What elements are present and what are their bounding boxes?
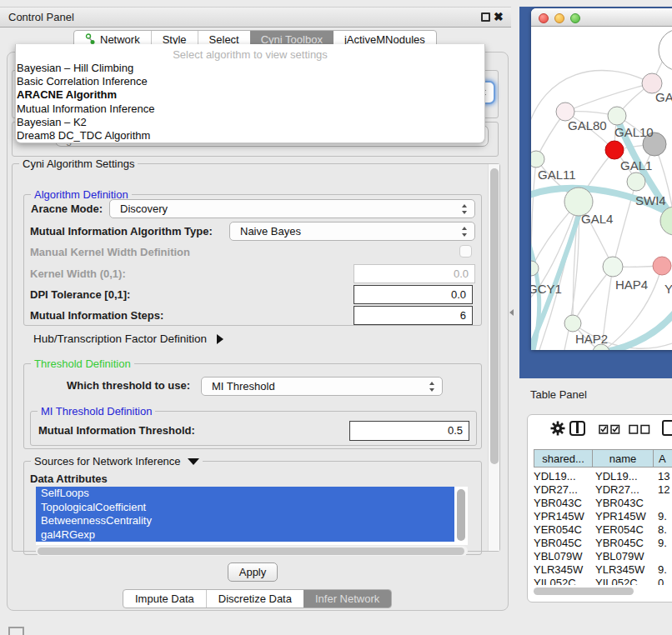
cell[interactable]: YBL079W — [595, 550, 644, 562]
dpi-tolerance-label: DPI Tolerance [0,1]: — [30, 288, 130, 301]
cell[interactable]: YBR043C — [595, 497, 644, 509]
dropdown-item[interactable]: Mutual Information Inference — [17, 102, 154, 115]
node-label: HAP4 — [615, 278, 648, 292]
which-threshold-combo[interactable]: MI Threshold — [201, 377, 443, 396]
table-panel-title: Table Panel — [530, 388, 587, 401]
mi-type-label: Mutual Information Algorithm Type: — [30, 225, 213, 238]
mi-type-combo[interactable]: Naive Bayes — [229, 222, 475, 241]
combo-stepper-icon — [462, 227, 468, 237]
cell[interactable]: YDR27... — [595, 483, 639, 496]
kernel-width-field[interactable]: 0.0 — [354, 264, 475, 283]
cytoscape-desktop: GAL7 GAL80 GAL10 GAL1 GAL11 SWI4 GAL4 GC… — [519, 7, 672, 378]
manual-kernel-checkbox[interactable] — [459, 245, 472, 258]
tab-discretize-data[interactable]: Discretize Data — [206, 590, 303, 608]
cell[interactable]: YDR27... — [534, 483, 578, 496]
tab-impute-data[interactable]: Impute Data — [123, 590, 206, 608]
cell[interactable]: YIL052C — [534, 577, 576, 585]
list-item[interactable]: gal4RGexp — [36, 528, 454, 542]
cell[interactable]: 13 — [658, 470, 669, 482]
close-icon[interactable]: ✖ — [494, 10, 504, 23]
column-header[interactable]: shared... — [534, 449, 593, 468]
column-header[interactable]: name — [592, 449, 654, 468]
list-item[interactable]: BetweennessCentrality — [36, 514, 454, 528]
cell[interactable]: YLR345W — [595, 563, 644, 576]
table-hscrollbar[interactable] — [531, 586, 672, 597]
settings-scrollbar-thumb[interactable] — [490, 168, 499, 464]
cell[interactable]: 0. — [658, 577, 667, 585]
zoom-traffic-light-icon[interactable] — [570, 13, 580, 23]
settings-scrollbar[interactable] — [488, 164, 499, 551]
list-hscrollbar[interactable] — [36, 546, 468, 556]
table-panel: shared... name A YDL19... YDL19... 13 YD… — [527, 414, 672, 602]
cyni-algorithm-settings-title: Cyni Algorithm Settings — [19, 158, 138, 170]
cell[interactable]: YLR345W — [534, 563, 583, 576]
node-label: GAL7 — [655, 90, 672, 104]
list-item[interactable]: SelfLoops — [36, 487, 454, 501]
cell[interactable]: YPR145W — [595, 510, 646, 522]
network-icon — [85, 33, 96, 45]
deselect-all-columns-icon[interactable] — [629, 424, 650, 434]
cell[interactable]: YDL19... — [534, 470, 576, 482]
cell[interactable]: YPR145W — [534, 510, 584, 522]
bottom-tabs: Impute Data Discretize Data Infer Networ… — [123, 589, 392, 608]
cell[interactable]: 8. — [658, 523, 667, 536]
cell[interactable]: YIL052C — [595, 577, 638, 585]
docked-window-icon[interactable] — [8, 627, 24, 635]
dpi-tolerance-field[interactable]: 0.0 — [354, 285, 473, 304]
data-attributes-label: Data Attributes — [30, 472, 108, 485]
float-window-icon[interactable] — [481, 12, 490, 22]
threshold-definition-title: Threshold Definition — [31, 358, 134, 370]
cell[interactable]: YBR045C — [534, 537, 582, 549]
list-vscrollbar-thumb[interactable] — [457, 489, 465, 541]
mi-threshold-label: Mutual Information Threshold: — [38, 424, 195, 437]
dropdown-item[interactable]: Basic Correlation Inference — [17, 75, 148, 88]
list-hscrollbar-thumb[interactable] — [38, 548, 464, 555]
apply-button[interactable]: Apply — [228, 562, 278, 582]
cell[interactable]: YER054C — [595, 523, 644, 536]
function-builder-icon[interactable] — [662, 420, 672, 436]
dropdown-item[interactable]: Dream8 DC_TDC Algorithm — [17, 129, 150, 142]
gear-icon[interactable] — [549, 420, 566, 437]
mi-steps-field[interactable]: 6 — [354, 306, 473, 325]
dropdown-prompt: Select algorithm to view settings — [16, 48, 484, 61]
kernel-width-label: Kernel Width (0,1): — [30, 268, 126, 280]
cell[interactable]: YBL079W — [534, 550, 583, 562]
node-label: HAP2 — [575, 332, 608, 346]
column-header[interactable]: A — [653, 449, 672, 468]
combo-stepper-icon — [462, 204, 468, 214]
cell[interactable]: YBR043C — [534, 497, 582, 509]
which-threshold-label: Which threshold to use: — [67, 379, 190, 392]
table-hscrollbar-thumb[interactable] — [534, 588, 634, 595]
aracne-mode-combo[interactable]: Discovery — [109, 199, 475, 218]
network-canvas[interactable]: GAL7 GAL80 GAL10 GAL1 GAL11 SWI4 GAL4 GC… — [531, 27, 672, 350]
network-window-titlebar[interactable] — [531, 8, 672, 27]
cell[interactable]: 9. — [658, 563, 667, 576]
mi-threshold-field[interactable]: 0.5 — [349, 421, 469, 441]
data-attributes-list[interactable]: SelfLoops TopologicalCoefficient Between… — [36, 487, 468, 545]
expand-down-icon[interactable] — [188, 458, 199, 465]
dropdown-item[interactable]: Bayesian – K2 — [17, 116, 87, 128]
list-vscrollbar[interactable] — [454, 487, 468, 545]
application-window: Control Panel ✖ Network Style Select Cyn… — [0, 0, 672, 635]
splitpane-collapse-icon[interactable] — [509, 309, 514, 316]
minimize-traffic-light-icon[interactable] — [554, 13, 564, 23]
tab-infer-network[interactable]: Infer Network — [303, 590, 391, 608]
select-all-columns-icon[interactable] — [599, 424, 620, 434]
list-item[interactable]: TopologicalCoefficient — [36, 501, 454, 515]
node-label: GAL10 — [614, 125, 654, 139]
cell[interactable]: YDL19... — [595, 470, 638, 482]
cell[interactable]: 9. — [658, 510, 667, 522]
dropdown-item-selected[interactable]: ARACNE Algorithm — [17, 88, 117, 101]
dropdown-item[interactable]: Bayesian – Hill Climbing — [17, 62, 133, 74]
cell[interactable]: 12 — [658, 483, 669, 496]
cell[interactable]: YER054C — [534, 523, 582, 536]
node-label: SWI4 — [635, 193, 666, 208]
close-traffic-light-icon[interactable] — [539, 13, 549, 23]
expand-right-icon — [217, 334, 223, 344]
node-label: GAL80 — [568, 118, 607, 132]
column-layout-icon[interactable] — [569, 421, 585, 436]
cell[interactable]: YBR045C — [595, 537, 644, 549]
control-panel-title: Control Panel — [8, 11, 74, 23]
cell[interactable]: 9. — [658, 537, 667, 549]
hub-definition-expander[interactable]: Hub/Transcription Factor Definition — [33, 332, 223, 345]
